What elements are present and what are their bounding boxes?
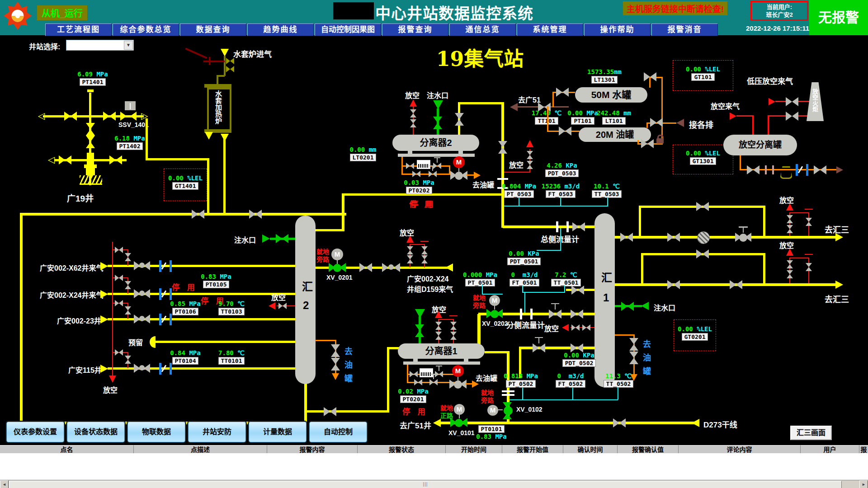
valve-ssv1401[interactable] bbox=[120, 112, 137, 121]
valve[interactable] bbox=[814, 165, 826, 174]
scroll-right-arrow[interactable]: ► bbox=[859, 480, 868, 488]
hui3-screen-button[interactable]: 汇三画面 bbox=[790, 426, 832, 440]
col-alarm-confirm-value[interactable]: 报警确认值 bbox=[618, 445, 679, 454]
valve[interactable] bbox=[435, 322, 442, 330]
valve[interactable] bbox=[786, 97, 798, 106]
valve[interactable] bbox=[331, 358, 340, 371]
valve[interactable] bbox=[109, 155, 122, 164]
valve[interactable] bbox=[787, 215, 793, 223]
valve[interactable] bbox=[86, 136, 95, 148]
valve[interactable] bbox=[407, 246, 413, 254]
valve[interactable] bbox=[435, 332, 442, 340]
valve[interactable] bbox=[629, 352, 638, 364]
valve[interactable] bbox=[421, 255, 428, 263]
menu-params-overview[interactable]: 综合参数总览 bbox=[113, 23, 179, 36]
motor-indicator[interactable]: M bbox=[331, 249, 343, 260]
valve[interactable] bbox=[498, 141, 507, 154]
valve[interactable] bbox=[527, 161, 533, 169]
btn-metering-data[interactable]: 计量数据 bbox=[249, 422, 307, 442]
valve[interactable] bbox=[226, 58, 234, 64]
valve[interactable] bbox=[278, 303, 287, 309]
valve[interactable] bbox=[125, 253, 131, 261]
valve[interactable] bbox=[415, 324, 424, 337]
valve[interactable] bbox=[787, 225, 793, 233]
alarm-list-area[interactable] bbox=[0, 453, 868, 480]
valve[interactable] bbox=[696, 202, 709, 211]
valve[interactable] bbox=[429, 171, 437, 177]
valve[interactable] bbox=[571, 310, 583, 319]
valve[interactable] bbox=[806, 263, 812, 271]
valve[interactable] bbox=[730, 280, 742, 289]
scroll-left-arrow[interactable]: ◄ bbox=[0, 480, 9, 488]
valve[interactable] bbox=[226, 66, 234, 72]
valve[interactable] bbox=[115, 275, 123, 281]
valve[interactable] bbox=[59, 155, 71, 164]
valve[interactable] bbox=[747, 165, 760, 174]
motor-indicator[interactable]: M bbox=[454, 404, 465, 415]
valve[interactable] bbox=[406, 163, 414, 169]
valve[interactable] bbox=[787, 260, 793, 268]
col-alarm-content[interactable]: 报警内容 bbox=[267, 445, 358, 454]
valve[interactable] bbox=[629, 338, 638, 351]
chevron-down-icon[interactable]: ▼ bbox=[124, 41, 133, 50]
valve[interactable] bbox=[787, 270, 793, 278]
menu-alarm-query[interactable]: 报警查询 bbox=[382, 23, 448, 36]
col-point-desc[interactable]: 点描述 bbox=[134, 445, 267, 454]
valve[interactable] bbox=[249, 210, 262, 219]
valve[interactable] bbox=[125, 281, 131, 289]
valve[interactable] bbox=[115, 349, 123, 356]
valve[interactable] bbox=[433, 117, 442, 129]
valve[interactable] bbox=[571, 286, 584, 295]
valve[interactable] bbox=[527, 151, 533, 159]
valve[interactable] bbox=[556, 88, 569, 97]
valve[interactable] bbox=[650, 118, 663, 127]
valve[interactable] bbox=[613, 418, 626, 427]
valve[interactable] bbox=[410, 119, 416, 127]
motor-indicator[interactable]: M bbox=[487, 405, 498, 416]
valve[interactable] bbox=[450, 332, 457, 340]
btn-device-status[interactable]: 设备状态数据 bbox=[67, 422, 125, 442]
valve[interactable] bbox=[410, 109, 416, 117]
motor-valve-indicator[interactable]: M bbox=[453, 156, 465, 168]
menu-alarm-mute[interactable]: 报警消音 bbox=[651, 23, 718, 36]
valve[interactable] bbox=[125, 306, 131, 314]
valve[interactable] bbox=[125, 356, 131, 364]
valve[interactable] bbox=[412, 171, 420, 177]
btn-auto-control[interactable]: 自动控制 bbox=[309, 422, 367, 442]
valve[interactable] bbox=[64, 112, 77, 121]
valve[interactable] bbox=[559, 127, 571, 136]
scroll-thumb[interactable]: ||| bbox=[9, 481, 842, 488]
col-confirm-time[interactable]: 确认时间 bbox=[563, 445, 618, 454]
btn-iot-data[interactable]: 物联数据 bbox=[127, 422, 185, 442]
valve[interactable] bbox=[533, 343, 545, 352]
valve[interactable] bbox=[103, 112, 116, 121]
col-comment[interactable]: 评论内容 bbox=[679, 445, 801, 454]
menu-system-manage[interactable]: 系统管理 bbox=[517, 23, 583, 36]
valve[interactable] bbox=[429, 379, 438, 385]
valve[interactable] bbox=[455, 113, 464, 126]
btn-station-security[interactable]: 井站安防 bbox=[188, 422, 246, 442]
valve[interactable] bbox=[644, 72, 656, 81]
motor-valve-indicator[interactable]: M bbox=[452, 365, 464, 377]
col-user[interactable]: 用户 bbox=[801, 445, 859, 454]
valve[interactable] bbox=[407, 255, 413, 263]
valve[interactable] bbox=[86, 123, 95, 136]
valve[interactable] bbox=[192, 210, 204, 219]
valve[interactable] bbox=[571, 343, 583, 352]
valve[interactable] bbox=[696, 249, 709, 258]
valve[interactable] bbox=[641, 139, 654, 148]
valve[interactable] bbox=[450, 322, 457, 330]
well-select-dropdown[interactable]: ▼ bbox=[66, 40, 134, 51]
valve[interactable] bbox=[621, 302, 634, 311]
menu-trend-curve[interactable]: 趋势曲线 bbox=[247, 23, 314, 36]
menu-help[interactable]: 操作帮助 bbox=[584, 23, 651, 36]
btn-instrument-params[interactable]: 仪表参数设置 bbox=[6, 422, 64, 442]
col-start-time[interactable]: 开始时间 bbox=[446, 445, 502, 454]
valve[interactable] bbox=[620, 233, 633, 242]
valve[interactable] bbox=[331, 344, 340, 357]
valve[interactable] bbox=[571, 324, 580, 331]
menu-auto-control-map[interactable]: 自动控制因果图 bbox=[315, 23, 381, 36]
valve[interactable] bbox=[359, 263, 372, 272]
valve[interactable] bbox=[582, 324, 590, 331]
valve[interactable] bbox=[667, 233, 680, 242]
